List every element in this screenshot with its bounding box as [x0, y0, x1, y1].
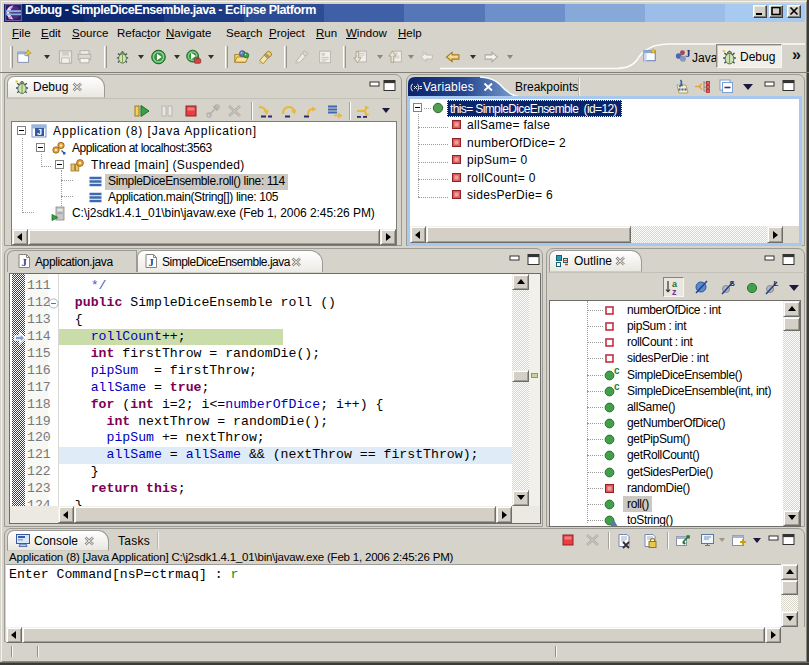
svg-text:L: L — [774, 279, 779, 288]
svg-text:J: J — [685, 48, 690, 59]
svg-text:J: J — [37, 127, 42, 137]
svg-text:S: S — [730, 279, 736, 288]
svg-text:z: z — [672, 287, 677, 296]
svg-text:J: J — [148, 257, 153, 268]
svg-text:J: J — [21, 257, 26, 268]
